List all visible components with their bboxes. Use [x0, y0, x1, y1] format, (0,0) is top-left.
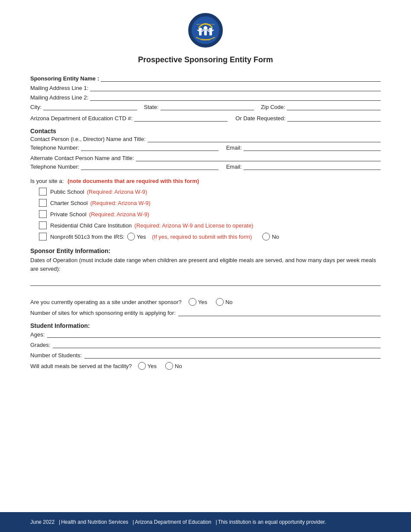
- state-input[interactable]: [161, 103, 254, 110]
- footer-date: June 2022: [30, 519, 55, 525]
- charter-school-label: Charter School: [50, 200, 88, 206]
- alt-contact-input[interactable]: [136, 154, 381, 161]
- telephone-label: Telephone Number:: [30, 144, 79, 151]
- ctd-input[interactable]: [134, 115, 228, 122]
- zip-label: Zip Code:: [261, 104, 285, 110]
- nonprofit-yes-radio[interactable]: [127, 233, 135, 240]
- operating-yes-radio[interactable]: [189, 298, 196, 306]
- email-label: Email:: [226, 144, 242, 151]
- operating-no-radio[interactable]: [216, 298, 224, 306]
- num-sites-input[interactable]: [178, 309, 381, 316]
- mailing-2-row: Mailing Address Line 2:: [30, 94, 381, 101]
- site-type-section: Is your site a: (note documents that are…: [30, 178, 381, 240]
- public-school-required: (Required: Arizona W-9): [87, 189, 147, 195]
- alt-contact-label: Alternate Contact Person Name and Title:: [30, 155, 134, 161]
- nonprofit-row: Nonprofit 501c3 from the IRS: Yes (If ye…: [39, 233, 381, 240]
- alt-email-input[interactable]: [244, 163, 381, 170]
- alt-telephone-input[interactable]: [81, 163, 218, 170]
- private-school-row: Private School (Required: Arizona W-9): [39, 210, 381, 218]
- alt-telephone-label: Telephone Number:: [30, 163, 79, 170]
- adult-no-label: No: [175, 363, 182, 369]
- email-input[interactable]: [244, 144, 381, 151]
- logo-icon: ARIZONA DEPT OF EDUCATION: [191, 16, 220, 45]
- alt-contact-row: Alternate Contact Person Name and Title:: [30, 154, 381, 161]
- num-sites-row: Number of sites for which sponsoring ent…: [30, 309, 381, 316]
- site-note: (note documents that are required with t…: [67, 178, 199, 184]
- nonprofit-label: Nonprofit 501c3 from the IRS:: [50, 234, 125, 240]
- ages-row: Ages:: [30, 331, 381, 338]
- alt-tel-email-row: Telephone Number: Email:: [30, 163, 381, 170]
- entity-name-colon: :: [97, 75, 99, 82]
- operating-label: Are you currently operating as a site un…: [30, 299, 182, 305]
- city-input[interactable]: [43, 103, 137, 110]
- svg-text:ARIZONA: ARIZONA: [201, 38, 211, 41]
- private-school-checkbox[interactable]: [39, 210, 47, 218]
- zip-input[interactable]: [287, 103, 381, 110]
- residential-checkbox[interactable]: [39, 221, 47, 229]
- logo-circle: ARIZONA DEPT OF EDUCATION: [188, 13, 223, 48]
- is-site-label: Is your site a:: [30, 178, 64, 184]
- footer-health: Health and Nutrition Services: [61, 519, 128, 525]
- ages-input[interactable]: [47, 331, 381, 338]
- operating-no-group: No: [216, 298, 239, 306]
- nonprofit-no-radio[interactable]: [262, 233, 270, 240]
- nonprofit-no-label: No: [272, 234, 279, 240]
- nonprofit-checkbox[interactable]: [39, 233, 47, 240]
- dates-of-operation-label: Dates of Operation (must include date ra…: [30, 256, 381, 273]
- num-students-input[interactable]: [84, 352, 381, 359]
- operating-yes-label: Yes: [198, 299, 207, 305]
- nonprofit-yes-label: Yes: [137, 234, 146, 240]
- residential-required: (Required: Arizona W-9 and License to op…: [135, 222, 254, 229]
- num-students-row: Number of Students:: [30, 352, 381, 359]
- svg-point-4: [204, 26, 208, 30]
- entity-name-input[interactable]: [101, 75, 381, 82]
- site-question: Is your site a: (note documents that are…: [30, 178, 381, 184]
- mailing-1-row: Mailing Address Line 1:: [30, 84, 381, 91]
- mailing-address-1-input[interactable]: [90, 84, 381, 91]
- student-info-heading: Student Information:: [30, 322, 381, 329]
- residential-label: Residential Child Care Institution: [50, 222, 132, 229]
- state-label: State:: [144, 104, 159, 110]
- adult-yes-group: Yes: [138, 362, 163, 370]
- sponsor-entity-section: Sponsor Entity Information: Dates of Ope…: [30, 247, 381, 286]
- dates-of-operation-input-area: [30, 278, 381, 286]
- mailing-1-label: Mailing Address Line 1:: [30, 85, 88, 91]
- grades-row: Grades:: [30, 341, 381, 348]
- public-school-checkbox[interactable]: [39, 188, 47, 195]
- city-label: City:: [30, 104, 42, 110]
- date-req-label: Or Date Requested:: [235, 115, 286, 122]
- footer-sep2: |: [133, 519, 134, 525]
- contacts-section: Contacts Contact Person (i.e., Director)…: [30, 128, 381, 170]
- ages-label: Ages:: [30, 331, 45, 338]
- footer-sep3: |: [216, 519, 217, 525]
- adult-meals-label: Will adult meals be served at the facili…: [30, 363, 132, 369]
- alt-email-label: Email:: [226, 163, 242, 170]
- private-school-required: (Required: Arizona W-9): [89, 211, 149, 218]
- adult-yes-radio[interactable]: [138, 362, 146, 370]
- adult-no-group: No: [165, 362, 188, 370]
- city-state-zip-row: City: State: Zip Code:: [30, 103, 381, 110]
- footer-sep1: |: [59, 519, 60, 525]
- num-students-label: Number of Students:: [30, 352, 82, 359]
- charter-school-checkbox[interactable]: [39, 199, 47, 207]
- sponsor-entity-heading: Sponsor Entity Information:: [30, 247, 381, 254]
- public-school-row: Public School (Required: Arizona W-9): [39, 188, 381, 195]
- public-school-label: Public School: [50, 189, 84, 195]
- contact-person-input[interactable]: [148, 135, 381, 142]
- nonprofit-no-group: No: [262, 233, 285, 240]
- adult-no-radio[interactable]: [165, 362, 173, 370]
- mailing-2-label: Mailing Address Line 2:: [30, 94, 88, 101]
- mailing-address-2-input[interactable]: [90, 94, 381, 101]
- svg-text:DEPT OF EDUCATION: DEPT OF EDUCATION: [196, 23, 215, 26]
- telephone-input[interactable]: [81, 144, 218, 151]
- sponsoring-entity-section: Sponsoring Entity Name : Mailing Address…: [30, 75, 381, 110]
- date-requested-input[interactable]: [287, 115, 381, 122]
- operating-no-label: No: [225, 299, 233, 305]
- contacts-heading: Contacts: [30, 128, 381, 135]
- residential-row: Residential Child Care Institution (Requ…: [39, 221, 381, 229]
- grades-input[interactable]: [53, 341, 381, 348]
- operating-yes-group: Yes: [189, 298, 213, 306]
- contact-person-label: Contact Person (i.e., Director) Name and…: [30, 136, 146, 142]
- student-info-section: Student Information: Ages: Grades: Numbe…: [30, 322, 381, 370]
- footer-dept: Arizona Department of Education: [135, 519, 212, 525]
